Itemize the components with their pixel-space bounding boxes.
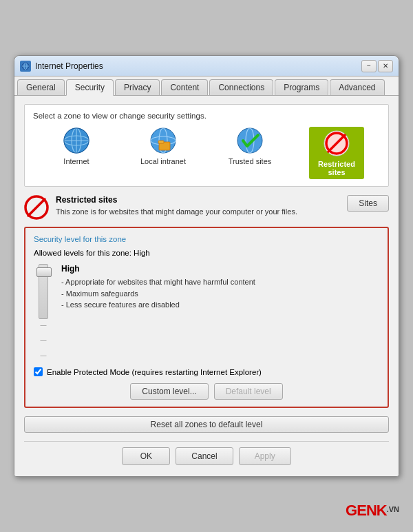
sites-button-container: Sites — [334, 195, 389, 212]
level-desc-1: - Appropriate for websites that might ha… — [61, 276, 379, 288]
zone-description-text: Select a zone to view or change security… — [33, 112, 380, 120]
zone-internet[interactable]: Internet — [49, 127, 104, 165]
bottom-section: Reset all zones to default level — [24, 416, 389, 433]
tick-1: — — [41, 322, 47, 329]
protected-mode-label: Enable Protected Mode (requires restarti… — [47, 368, 262, 376]
allowed-levels: Allowed levels for this zone: High — [34, 249, 379, 257]
restricted-text: Restricted sites This zone is for websit… — [56, 195, 297, 217]
tab-privacy[interactable]: Privacy — [115, 79, 160, 95]
tab-content[interactable]: Content — [161, 79, 208, 95]
slider-area: — — — High - Appropriate for websites th… — [34, 264, 379, 359]
security-level-title: Security level for this zone — [34, 235, 379, 243]
svg-line-21 — [28, 199, 45, 216]
restricted-desc: This zone is for websites that might dam… — [56, 207, 297, 217]
main-content: Select a zone to view or change security… — [14, 96, 399, 476]
window-title: Internet Properties — [35, 61, 361, 71]
tab-programs[interactable]: Programs — [275, 79, 328, 95]
window-icon — [20, 61, 31, 72]
close-button[interactable]: ✕ — [378, 60, 393, 72]
tab-connections[interactable]: Connections — [209, 79, 273, 95]
level-buttons: Custom level... Default level — [34, 383, 379, 400]
zone-local-intranet[interactable]: Local intranet — [136, 127, 191, 165]
svg-rect-13 — [158, 141, 164, 143]
footer-buttons: OK Cancel Apply — [24, 441, 389, 468]
slider-thumb[interactable] — [36, 267, 52, 277]
restricted-title: Restricted sites — [56, 195, 297, 205]
restricted-sites-icon — [323, 130, 350, 157]
zone-local-intranet-label: Local intranet — [140, 157, 186, 165]
tick-3: — — [41, 352, 47, 359]
ok-button[interactable]: OK — [122, 447, 170, 465]
tab-advanced[interactable]: Advanced — [330, 79, 384, 95]
reset-zones-button[interactable]: Reset all zones to default level — [24, 416, 389, 433]
slider-ticks: — — — — [41, 322, 47, 359]
slider-track: — — — — [34, 264, 53, 359]
protected-mode-row: Enable Protected Mode (requires restarti… — [34, 367, 379, 376]
watermark-text: GENK — [346, 502, 387, 519]
restricted-sites-badge-icon — [24, 195, 49, 220]
custom-level-button[interactable]: Custom level... — [130, 383, 208, 400]
restricted-info-row: Restricted sites This zone is for websit… — [24, 195, 389, 220]
internet-icon — [63, 127, 90, 154]
level-desc-3: - Less secure features are disabled — [61, 299, 379, 311]
security-level-box: Security level for this zone Allowed lev… — [24, 227, 389, 408]
internet-properties-window: Internet Properties − ✕ General Security… — [14, 55, 399, 477]
zone-restricted-sites[interactable]: Restricted sites — [309, 127, 364, 179]
cancel-button[interactable]: Cancel — [176, 447, 233, 465]
sites-button[interactable]: Sites — [347, 195, 389, 212]
local-intranet-icon — [149, 127, 177, 154]
protected-mode-checkbox[interactable] — [34, 367, 43, 376]
level-name: High — [61, 264, 379, 274]
apply-button[interactable]: Apply — [239, 447, 291, 465]
zone-restricted-sites-label: Restricted sites — [312, 160, 361, 176]
zone-selection-box: Select a zone to view or change security… — [24, 104, 389, 187]
zone-trusted-sites[interactable]: Trusted sites — [222, 127, 277, 165]
title-bar: Internet Properties − ✕ — [14, 56, 399, 76]
default-level-button[interactable]: Default level — [214, 383, 283, 400]
zone-trusted-sites-label: Trusted sites — [229, 157, 272, 165]
genk-watermark: GENK.VN — [346, 502, 399, 520]
level-info: High - Appropriate for websites that mig… — [61, 264, 379, 359]
zone-internet-label: Internet — [63, 157, 89, 165]
tab-security[interactable]: Security — [66, 79, 114, 96]
trusted-sites-icon — [236, 127, 264, 154]
tab-bar: General Security Privacy Content Connect… — [14, 76, 399, 96]
zone-icons: Internet Local intranet — [33, 127, 380, 179]
svg-point-14 — [237, 128, 262, 153]
tick-2: — — [41, 337, 47, 344]
minimize-button[interactable]: − — [361, 60, 377, 72]
window-controls: − ✕ — [361, 60, 393, 72]
slider-visual[interactable] — [39, 264, 48, 319]
tab-general[interactable]: General — [17, 79, 65, 95]
watermark-suffix: .VN — [387, 505, 399, 513]
level-desc-2: - Maximum safeguards — [61, 288, 379, 300]
